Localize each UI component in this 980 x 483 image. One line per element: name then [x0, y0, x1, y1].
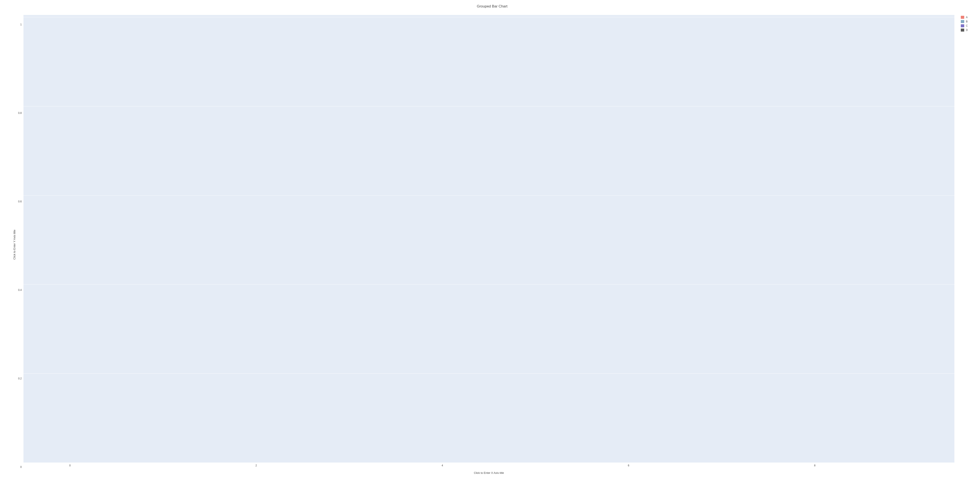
y-tick-label: 0.2 — [18, 377, 22, 380]
y-axis-region: Click to Enter Y Axis title 10.80.60.40.… — [13, 15, 24, 475]
bar-group — [704, 17, 818, 463]
x-tick-label — [861, 464, 955, 467]
x-tick-label: 0 — [24, 464, 116, 467]
chart-title[interactable]: Grouped Bar Chart — [13, 4, 972, 8]
y-tick-label: 1 — [20, 23, 22, 26]
x-tick-label — [303, 464, 396, 467]
bar-group — [931, 17, 980, 463]
y-tick-label: 0 — [20, 466, 22, 469]
chart-container: Grouped Bar Chart Click to Enter Y Axis … — [0, 0, 980, 483]
bar-group — [818, 17, 931, 463]
bar-group — [250, 17, 364, 463]
y-axis-title[interactable]: Click to Enter Y Axis title — [13, 230, 16, 259]
bar-group — [24, 17, 137, 463]
bar-group — [477, 17, 590, 463]
bar-group — [364, 17, 477, 463]
y-axis-ticks: 10.80.60.40.20 — [18, 21, 24, 469]
x-tick-label: 6 — [582, 464, 675, 467]
chart-main: Click to Enter Y Axis title 10.80.60.40.… — [13, 15, 955, 475]
bars-layer — [24, 17, 955, 463]
chart-body: Click to Enter Y Axis title 10.80.60.40.… — [13, 15, 972, 475]
x-axis-ticks: 02468 — [24, 463, 955, 467]
bar-group — [137, 17, 250, 463]
plot-area[interactable] — [24, 15, 955, 463]
x-tick-label — [116, 464, 210, 467]
plot-column: 02468 Click to Enter X Axis title — [24, 15, 955, 475]
y-tick-label: 0.8 — [18, 111, 22, 114]
x-tick-label: 8 — [768, 464, 861, 467]
x-tick-label — [675, 464, 768, 467]
y-tick-label: 0.4 — [18, 289, 22, 291]
x-tick-label: 4 — [396, 464, 489, 467]
x-tick-label — [489, 464, 582, 467]
bar-group — [590, 17, 704, 463]
x-axis-title[interactable]: Click to Enter X Axis title — [24, 471, 955, 475]
x-tick-label: 2 — [210, 464, 302, 467]
y-tick-label: 0.6 — [18, 200, 22, 203]
